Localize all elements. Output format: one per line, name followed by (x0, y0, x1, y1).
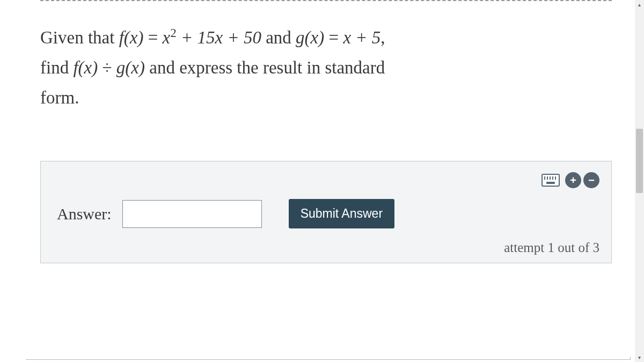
q-intro: Given that (40, 28, 119, 47)
q-g-rhs: x + 5 (343, 28, 380, 47)
submit-button[interactable]: Submit Answer (289, 199, 394, 228)
q-comma: , (380, 28, 385, 47)
q-f-rhs-rest: + 15x + 50 (177, 28, 261, 47)
scroll-thumb[interactable] (636, 129, 643, 193)
zoom-out-button[interactable]: − (583, 172, 599, 188)
zoom-in-button[interactable]: + (565, 172, 581, 188)
question-text: Given that f(x) = x2 + 15x + 50 and g(x)… (40, 23, 612, 113)
vertical-scrollbar[interactable]: ▴ ▾ (635, 0, 644, 362)
q-g-lhs: g(x) (296, 28, 324, 47)
q-and: and (261, 28, 296, 47)
keyboard-icon[interactable] (541, 174, 560, 187)
q-f-rhs-x: x (163, 28, 171, 47)
q-line3: form. (40, 88, 79, 107)
q-line2a: find (40, 58, 73, 77)
q-exponent: 2 (170, 26, 177, 40)
answer-row: Answer: Submit Answer (57, 199, 599, 228)
q-f-lhs: f(x) (119, 28, 144, 47)
section-divider (40, 0, 612, 1)
q-eq2: = (324, 28, 343, 47)
question-container: Given that f(x) = x2 + 15x + 50 and g(x)… (0, 0, 644, 279)
tool-row: + − (57, 172, 599, 188)
zoom-controls: + − (565, 172, 599, 188)
attempt-counter: attempt 1 out of 3 (57, 240, 599, 255)
answer-input[interactable] (122, 200, 262, 228)
answer-label: Answer: (57, 205, 112, 223)
q-gx: g(x) (116, 58, 145, 77)
card-bottom-edge (26, 357, 631, 360)
q-div: ÷ (98, 58, 116, 77)
scroll-up-arrow[interactable]: ▴ (635, 0, 644, 9)
answer-panel: + − Answer: Submit Answer attempt 1 out … (40, 161, 612, 263)
q-fx: f(x) (73, 58, 98, 77)
scroll-down-arrow[interactable]: ▾ (635, 353, 644, 362)
q-line2b: and express the result in standard (145, 58, 385, 77)
q-eq1: = (143, 28, 162, 47)
